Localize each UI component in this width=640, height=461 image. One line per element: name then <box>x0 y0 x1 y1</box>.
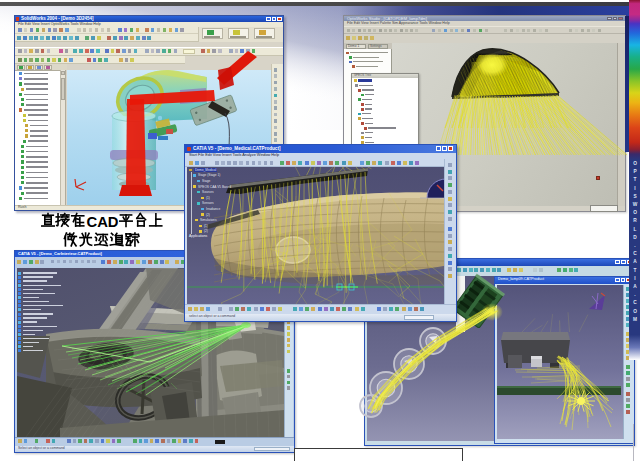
svg-text:CAD: CAD <box>87 214 119 230</box>
